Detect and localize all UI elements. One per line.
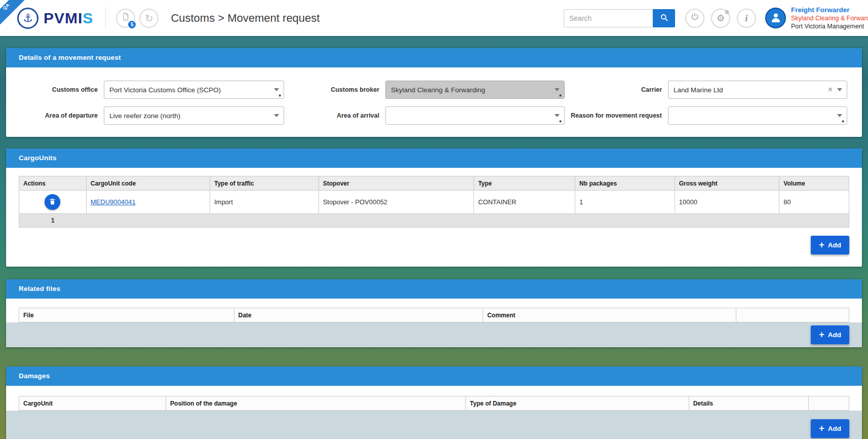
required-asterisk: *	[279, 93, 281, 100]
required-asterisk: *	[559, 93, 562, 100]
col-comment: Comment	[483, 308, 736, 322]
chevron-down-icon	[555, 88, 560, 91]
required-asterisk: *	[559, 119, 562, 126]
topbar-utility-buttons: ⚙⚙ i	[685, 9, 756, 28]
damages-panel-title: Damages	[6, 367, 862, 386]
related-files-header-row: File Date Comment	[19, 308, 849, 322]
col-nb-packages: Nb packages	[575, 176, 675, 191]
topbar-divider	[105, 7, 106, 30]
qa-ribbon-label: QA	[2, 2, 11, 11]
field-label-customs-broker: Customs broker	[284, 86, 385, 94]
damages-header-row: CargoUnit Position of the damage Type of…	[19, 396, 849, 411]
brand-name-accent: S	[83, 10, 93, 26]
damages-empty-area: + Add	[6, 411, 862, 439]
cargo-units-body: Actions CargoUnit code Type of traffic S…	[6, 168, 862, 267]
clear-icon[interactable]: ×	[828, 86, 833, 94]
refresh-icon: ↻	[145, 12, 153, 24]
global-search	[564, 9, 675, 27]
details-form: Customs office Port Victoria Customs Off…	[6, 67, 862, 137]
col-type-of-damage: Type of Damage	[465, 396, 689, 411]
search-input[interactable]	[564, 9, 653, 27]
carrier-select[interactable]: Land Marine Ltd ×	[668, 81, 847, 99]
add-cargo-unit-button[interactable]: + Add	[811, 236, 849, 254]
logout-button[interactable]	[685, 9, 704, 28]
col-file: File	[19, 308, 234, 322]
customs-broker-value: Skyland Clearing & Forwarding	[391, 86, 485, 94]
col-type: Type	[474, 176, 575, 191]
add-related-file-button[interactable]: + Add	[811, 325, 849, 344]
area-of-arrival-select[interactable]: *	[385, 106, 565, 125]
search-button[interactable]	[653, 9, 675, 27]
damages-table-wrap: CargoUnit Position of the damage Type of…	[19, 396, 849, 411]
related-files-empty-area: + Add	[6, 322, 862, 347]
col-empty	[736, 308, 849, 322]
app-logo[interactable]: ⚓ PVMIS	[17, 8, 93, 29]
info-icon: i	[745, 13, 747, 24]
area-of-departure-select[interactable]: Live reefer zone (north)	[104, 106, 284, 125]
related-files-table-wrap: File Date Comment	[19, 308, 849, 322]
user-info: Freight Forwarder Skyland Clearing & For…	[791, 6, 868, 30]
cargo-units-actions-row: + Add	[19, 236, 849, 254]
reason-for-movement-select[interactable]: *	[668, 106, 847, 125]
chevron-down-icon	[555, 114, 560, 117]
col-type-of-traffic: Type of traffic	[210, 176, 319, 191]
carrier-value: Land Marine Ltd	[674, 86, 723, 94]
damages-panel: Damages CargoUnit Position of the damage…	[6, 367, 862, 439]
plus-icon: +	[819, 424, 824, 433]
cargo-units-panel-title: CargoUnits	[6, 149, 862, 168]
field-label-area-of-arrival: Area of arrival	[284, 112, 385, 120]
user-avatar[interactable]	[765, 8, 786, 28]
volume-cell: 80	[779, 191, 849, 214]
user-menu: Freight Forwarder Skyland Clearing & For…	[765, 6, 868, 30]
col-date: Date	[234, 308, 483, 322]
anchor-logo-icon: ⚓	[17, 8, 38, 29]
required-asterisk: *	[842, 119, 844, 126]
page-number[interactable]: 1	[19, 217, 87, 224]
cargo-units-header-row: Actions CargoUnit code Type of traffic S…	[19, 176, 849, 191]
pagination-bar: 1	[19, 214, 849, 228]
stopover-cell: Stopover - POV00052	[319, 191, 474, 214]
person-icon	[770, 11, 782, 25]
documents-button[interactable]: 5	[116, 9, 135, 28]
user-organization: Port Victoria Management	[791, 22, 868, 30]
settings-button[interactable]: ⚙⚙	[711, 9, 730, 28]
info-button[interactable]: i	[737, 9, 756, 28]
cargo-units-panel: CargoUnits Actions CargoUnit code Type o…	[6, 149, 862, 267]
details-panel-title: Details of a movement request	[6, 48, 862, 67]
damages-table: CargoUnit Position of the damage Type of…	[19, 396, 849, 411]
nb-packages-cell: 1	[575, 191, 675, 214]
col-details: Details	[689, 396, 808, 411]
col-cargo-unit-code: CargoUnit code	[86, 176, 210, 191]
area-of-departure-value: Live reefer zone (north)	[109, 112, 180, 120]
cargo-unit-code-link[interactable]: MEDU9004041	[91, 198, 136, 206]
trash-icon	[49, 198, 56, 207]
brand-name: PVMIS	[44, 11, 93, 26]
col-gross-weight: Gross weight	[675, 176, 779, 191]
user-role: Freight Forwarder	[791, 6, 868, 14]
gross-weight-cell: 10000	[675, 191, 779, 214]
chevron-down-icon	[837, 114, 842, 117]
field-label-area-of-departure: Area of departure	[19, 112, 104, 120]
topbar-quick-actions: 5 ↻	[116, 9, 159, 28]
add-damage-label: Add	[828, 425, 841, 432]
chevron-down-icon	[837, 88, 842, 91]
col-stopover: Stopover	[319, 176, 474, 191]
chevron-down-icon	[274, 114, 279, 117]
chevron-down-icon	[274, 88, 279, 91]
refresh-button[interactable]: ↻	[139, 9, 159, 28]
type-cell: CONTAINER	[474, 191, 575, 214]
page-title: Customs > Movement request	[171, 12, 320, 25]
cargo-unit-row: MEDU9004041 Import Stopover - POV00052 C…	[19, 191, 849, 214]
customs-office-select[interactable]: Port Victoria Customs Office (SCPO) *	[104, 81, 284, 99]
customs-office-value: Port Victoria Customs Office (SCPO)	[109, 86, 221, 94]
cargo-unit-code-cell: MEDU9004041	[86, 191, 210, 214]
related-files-panel: Related files File Date Comment + Add	[6, 279, 862, 347]
add-damage-button[interactable]: + Add	[811, 419, 849, 438]
cargo-units-table: Actions CargoUnit code Type of traffic S…	[19, 176, 849, 214]
type-of-traffic-cell: Import	[210, 191, 319, 214]
gears-icon: ⚙⚙	[717, 14, 725, 23]
col-volume: Volume	[779, 176, 849, 191]
col-position-of-damage: Position of the damage	[166, 396, 466, 411]
delete-cargo-unit-button[interactable]	[45, 194, 60, 210]
col-actions: Actions	[19, 176, 87, 191]
